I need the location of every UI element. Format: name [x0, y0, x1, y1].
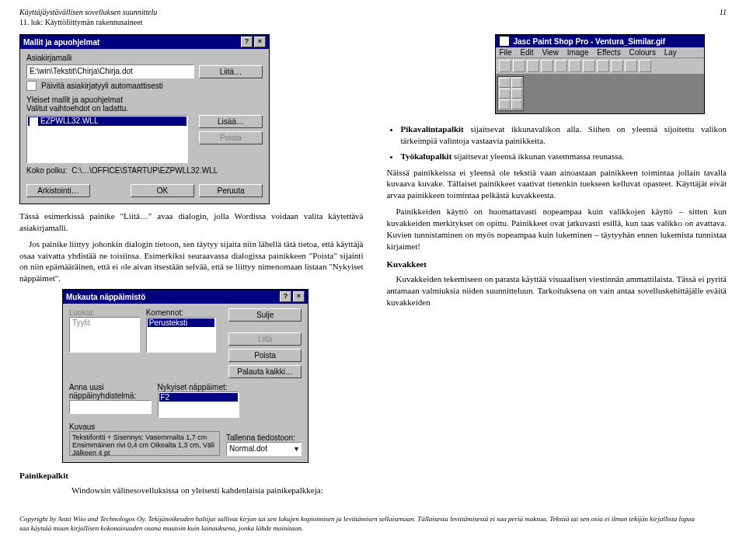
palette-tool[interactable] — [499, 99, 511, 110]
dialog-nappaimisto: Mukauta näppäimistö ? × Luokat: Tyylit — [62, 289, 309, 463]
list-item[interactable]: F2 — [159, 393, 239, 402]
palette-tool[interactable] — [499, 89, 511, 99]
menu-file[interactable]: File — [499, 48, 511, 57]
paragraph: Näissä painikkeissa ei yleensä ole tekst… — [386, 167, 727, 202]
paragraph: Windowsin välinesovelluksissa on yleises… — [62, 485, 363, 496]
label-komennot: Komennot: — [146, 308, 217, 317]
tool-icon[interactable] — [555, 60, 567, 72]
menu-view[interactable]: View — [542, 48, 559, 57]
menu-edit[interactable]: Edit — [520, 48, 533, 57]
label-asiakirjamalli: Asiakirjamalli — [26, 54, 263, 62]
list-item: Tyylit — [71, 318, 138, 327]
tool-icon[interactable] — [569, 60, 581, 72]
label-autoupdate: Päivitä asiakirjatyyli automaattisesti — [41, 82, 163, 90]
list-item: Pikavalintapalkit sijaitsevat ikkunavali… — [400, 123, 727, 147]
nykyiset-list[interactable]: F2 — [158, 391, 240, 418]
menu-effects[interactable]: Effects — [597, 48, 620, 57]
psp-menubar[interactable]: File Edit View Image Effects Colours Lay — [496, 47, 704, 58]
tool-palette — [497, 76, 524, 111]
label-valitut: Valitut vaihtoehdot on ladattu. — [26, 104, 263, 113]
tool-icon[interactable] — [527, 60, 539, 72]
komennot-list[interactable]: Perusteksti — [146, 317, 217, 353]
paragraph: Painikkeiden käyttö on huomattavasti nop… — [386, 206, 727, 252]
peruuta-button[interactable]: Peruuta — [199, 184, 263, 197]
dialog1-title: Mallit ja apuohjelmat — [23, 38, 99, 47]
asiakirjamalli-field[interactable]: E:\win\Tekstit\Chirja\Chirja.dot — [26, 64, 194, 78]
list-item[interactable]: ✓EZPWLL32.WLL — [28, 117, 186, 126]
label-nykyiset: Nykyiset näppäimet: — [158, 383, 240, 391]
app-icon — [499, 36, 510, 47]
bullet-list: Pikavalintapalkit sijaitsevat ikkunavali… — [400, 123, 727, 162]
heading-painikepalkit: Painikepalkit — [19, 471, 363, 480]
kuvaus-text: Tekstifontti + Sisennys: Vasemmalta 1,7 … — [69, 431, 220, 456]
chevron-down-icon: ▾ — [295, 443, 298, 454]
palauta-button[interactable]: Palauta kaikki… — [228, 365, 302, 378]
ok-button[interactable]: OK — [131, 184, 194, 197]
dialog2-title: Mukauta näppäimistö — [66, 293, 145, 301]
palette-tool[interactable] — [499, 78, 511, 88]
page-number: 11 — [720, 8, 727, 16]
palette-tool[interactable] — [511, 99, 523, 110]
tool-icon[interactable] — [541, 60, 553, 72]
poista-button[interactable]: Poista — [199, 131, 263, 144]
label-tallenna: Tallenna tiedostoon: — [226, 433, 302, 442]
label-anna: Anna uusi näppäinyhdistelmä: — [69, 383, 152, 400]
poista2-button[interactable]: Poista — [228, 349, 302, 362]
new-shortcut-field[interactable] — [69, 400, 152, 414]
tool-icon[interactable] — [583, 60, 595, 72]
copyright-footer: Copyright by Antti Wiio and Technologos … — [19, 515, 727, 533]
doc-title: Käyttäjäystävällisen sovelluksen suunnit… — [19, 8, 727, 16]
menu-colours[interactable]: Colours — [629, 48, 655, 57]
palette-tool[interactable] — [511, 89, 523, 99]
label-kuvaus: Kuvaus — [69, 423, 220, 431]
list-item: Työkalupalkit sijaitsevat yleensä ikkuna… — [400, 151, 727, 162]
lisaa-button[interactable]: Lisää… — [199, 115, 263, 128]
liita2-button[interactable]: Liitä — [228, 332, 302, 346]
luokat-list[interactable]: Tyylit — [69, 317, 140, 353]
psp-title: Jasc Paint Shop Pro - Ventura_Similar.gi… — [513, 37, 665, 46]
label-luokat: Luokat: — [69, 308, 140, 317]
tool-icon[interactable] — [513, 60, 525, 72]
arkistointi-button[interactable]: Arkistointi… — [26, 184, 90, 197]
close-button[interactable]: × — [254, 37, 266, 47]
list-item[interactable]: Perusteksti — [148, 318, 215, 327]
tool-icon[interactable] — [499, 60, 511, 72]
close-button[interactable]: × — [293, 291, 305, 302]
paragraph: Tässä esimerkissä painike "Liitä…" avaa … — [19, 210, 363, 234]
psp-window: Jasc Paint Shop Pro - Ventura_Similar.gi… — [495, 34, 705, 114]
help-button[interactable]: ? — [241, 37, 253, 47]
paragraph: Jos painike liittyy johonkin dialogin ti… — [19, 238, 363, 284]
tool-icon[interactable] — [625, 60, 637, 72]
liita-button[interactable]: Liitä… — [199, 65, 263, 78]
psp-workspace — [496, 75, 704, 113]
sulje-button[interactable]: Sulje — [228, 308, 302, 322]
label-yleiset: Yleiset mallit ja apuohjelmat — [26, 96, 263, 104]
tallenna-dropdown[interactable]: Normal.dot▾ — [226, 442, 302, 456]
tool-icon[interactable] — [639, 60, 651, 72]
dialog-mallit: Mallit ja apuohjelmat ? × Asiakirjamalli… — [19, 34, 270, 204]
tool-icon[interactable] — [611, 60, 623, 72]
help-button[interactable]: ? — [280, 291, 291, 302]
menu-image[interactable]: Image — [567, 48, 589, 57]
doc-subtitle: 11. luk: Käyttöliittymän rakennusaineet — [19, 18, 727, 26]
addins-listbox[interactable]: ✓EZPWLL32.WLL — [26, 115, 188, 163]
paragraph: Kuvakkeiden tekemiseen on parasta käyttä… — [386, 273, 727, 308]
heading-kuvakkeet: Kuvakkeet — [386, 259, 727, 269]
auto-update-checkbox[interactable] — [26, 81, 37, 91]
palette-tool[interactable] — [511, 78, 523, 88]
psp-toolbar — [496, 58, 704, 75]
label-kokopolku: Koko polku: — [26, 166, 67, 175]
kokopolku-value: C:\…\OFFICE\STARTUP\EZPWLL32.WLL — [71, 166, 218, 175]
menu-layers[interactable]: Lay — [664, 48, 677, 57]
tool-icon[interactable] — [597, 60, 609, 72]
